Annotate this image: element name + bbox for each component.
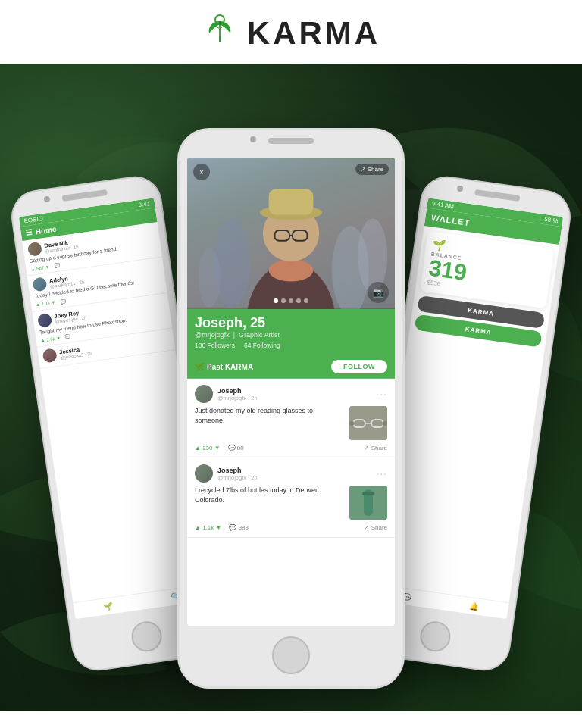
profile-photo [187, 158, 395, 309]
person-silhouette [187, 158, 395, 309]
dot-4[interactable] [296, 298, 301, 303]
post-upvote[interactable]: ▲ 1.1k ▼ [195, 524, 221, 531]
karma-shield-icon: 🌿 [195, 363, 204, 371]
right-home-button[interactable] [418, 620, 452, 654]
profile-posts: Joseph @mrjojogfx · 2h ··· Just donated … [187, 379, 395, 538]
post-meta: @mrjojogfx · 2h [217, 395, 258, 401]
post-username: Joseph [217, 467, 258, 474]
dot-5[interactable] [304, 298, 308, 303]
post-upvote[interactable]: ▲ 230 ▼ [195, 445, 221, 451]
post-item: Joseph @mrjojogfx · 2h ··· Just donated … [187, 379, 395, 458]
avatar [37, 313, 52, 328]
post-header: Joseph @mrjojogfx · 2h ··· [195, 464, 387, 483]
notification-nav-icon[interactable]: 🔔 [469, 601, 479, 611]
svg-point-7 [269, 259, 314, 281]
post-header: Joseph @mrjojogfx · 2h ··· [195, 385, 387, 403]
karma-bar: 🌿 Past KARMA FOLLOW [187, 355, 395, 379]
karma-nav-icon[interactable]: 🌱 [103, 601, 113, 611]
share-label: Share [368, 166, 383, 173]
past-karma-label: 🌿 Past KARMA [195, 363, 253, 371]
home-title: Home [35, 225, 57, 236]
post-options-button[interactable]: ··· [376, 467, 387, 480]
follow-button[interactable]: FOLLOW [331, 360, 387, 373]
avatar [195, 464, 213, 483]
center-home-button[interactable] [272, 636, 310, 674]
svg-line-4 [220, 26, 224, 29]
logo-text: KARMA [247, 15, 380, 52]
close-button[interactable]: × [193, 164, 210, 180]
followers-count: 180 Followers [195, 342, 235, 349]
post-body: I recycled 7lbs of bottles today in Denv… [195, 486, 387, 520]
phones-container: EOSIO 9:41 ☰ Home Dave Nik [26, 90, 556, 711]
center-phone-screen: × ↗ Share 📷 [187, 158, 395, 626]
svg-rect-10 [269, 189, 314, 214]
post-body: Just donated my old reading glasses to s… [195, 406, 387, 440]
svg-point-17 [358, 218, 387, 292]
profile-info: Joseph, 25 @mrjojogfx | Graphic Artist 1… [187, 309, 395, 355]
wallet-card: 🌱 BALANCE 319 $536 [420, 231, 554, 309]
post-share-btn[interactable]: ↗ Share [364, 524, 387, 531]
post-actions: ▲ 230 ▼ 💬 80 ↗ Share [195, 445, 387, 451]
post-user: Joseph @mrjojogfx · 2h [195, 464, 258, 483]
post-options-button[interactable]: ··· [376, 388, 387, 400]
svg-rect-26 [362, 492, 374, 495]
comment-icon[interactable]: 💬 [65, 334, 71, 340]
post-username: Joseph [217, 387, 258, 395]
camera-button[interactable]: 📷 [368, 282, 389, 303]
avatar [195, 385, 213, 403]
upvote-btn[interactable]: ▲ 2.6k ▼ [40, 336, 61, 343]
following-count: 64 Following [244, 342, 280, 349]
post-user: Joseph @mrjojogfx · 2h [195, 385, 258, 403]
left-feed: Dave Nik @iamhunter · 1h Setting up a su… [22, 222, 175, 370]
comment-icon[interactable]: 💬 [60, 298, 66, 305]
comment-icon[interactable]: 💬 [54, 263, 60, 269]
app-header: KARMA [0, 0, 582, 64]
dot-2[interactable] [281, 298, 286, 303]
profile-handle: @mrjojogfx | Graphic Artist [195, 331, 387, 339]
profile-hero: × ↗ Share 📷 [187, 158, 395, 309]
svg-line-3 [215, 26, 220, 29]
post-comment-btn[interactable]: 💬 80 [228, 445, 244, 451]
left-time: 9:41 [138, 200, 151, 208]
phone-center: × ↗ Share 📷 [177, 128, 405, 689]
profile-name: Joseph, 25 [195, 315, 387, 331]
svg-point-16 [199, 248, 221, 308]
dot-3[interactable] [289, 298, 293, 303]
post-comment-btn[interactable]: 💬 383 [229, 524, 249, 531]
svg-rect-22 [349, 421, 354, 426]
profile-stats: 180 Followers 64 Following [195, 342, 387, 349]
post-actions: ▲ 1.1k ▼ 💬 383 ↗ Share [195, 524, 387, 531]
avatar [42, 348, 58, 364]
avatar [27, 242, 42, 257]
share-button[interactable]: ↗ Share [355, 164, 389, 175]
logo-icon [202, 14, 238, 53]
post-share-btn[interactable]: ↗ Share [364, 445, 387, 451]
post-text: Just donated my old reading glasses to s… [195, 406, 343, 425]
post-text: I recycled 7lbs of bottles today in Denv… [195, 486, 343, 505]
left-home-button[interactable] [130, 620, 164, 654]
profile-image-dots [274, 298, 308, 303]
upvote-btn[interactable]: ▲ 687 ▼ [30, 264, 50, 271]
post-item: Joseph @mrjojogfx · 2h ··· I recycled 7l… [187, 458, 395, 538]
post-meta: @mrjojogfx · 2h [217, 474, 258, 481]
right-battery: 58 % [544, 216, 559, 224]
post-thumbnail [349, 406, 387, 440]
svg-rect-23 [383, 421, 387, 426]
upvote-btn[interactable]: ▲ 1.1k ▼ [36, 300, 56, 308]
menu-icon[interactable]: ☰ [25, 228, 33, 237]
post-thumbnail [349, 486, 387, 520]
avatar [32, 277, 47, 292]
share-icon: ↗ [361, 166, 366, 173]
background-section: EOSIO 9:41 ☰ Home Dave Nik [0, 64, 582, 711]
dot-1[interactable] [274, 298, 278, 303]
